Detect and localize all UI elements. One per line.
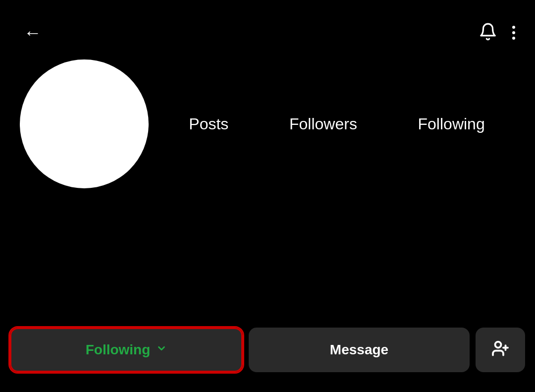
header-actions [479, 22, 515, 43]
chevron-down-icon [156, 343, 167, 357]
avatar-container [20, 59, 149, 188]
dot [512, 37, 515, 40]
header: ← [0, 0, 535, 56]
dot [512, 31, 515, 34]
stats-container: Posts Followers Following [149, 115, 515, 133]
notification-bell-icon[interactable] [479, 22, 497, 43]
following-button[interactable]: Following [10, 328, 243, 372]
message-button[interactable]: Message [249, 328, 470, 372]
bottom-action-bar: Following Message [0, 328, 535, 372]
stat-followers-label: Followers [289, 115, 357, 133]
add-friend-button[interactable] [476, 328, 525, 372]
add-friend-icon [491, 339, 509, 361]
stat-following[interactable]: Following [418, 115, 485, 133]
stat-posts-label: Posts [189, 115, 228, 133]
message-button-label: Message [330, 342, 388, 358]
svg-point-0 [495, 341, 501, 347]
dot [512, 26, 515, 29]
profile-section: Posts Followers Following [0, 59, 535, 188]
avatar [20, 59, 149, 188]
stat-followers[interactable]: Followers [289, 115, 357, 133]
back-arrow-icon: ← [24, 22, 42, 43]
stat-following-label: Following [418, 115, 485, 133]
more-options-icon[interactable] [512, 26, 515, 40]
back-button[interactable]: ← [20, 20, 46, 46]
stat-posts[interactable]: Posts [189, 115, 228, 133]
following-button-label: Following [86, 342, 151, 358]
